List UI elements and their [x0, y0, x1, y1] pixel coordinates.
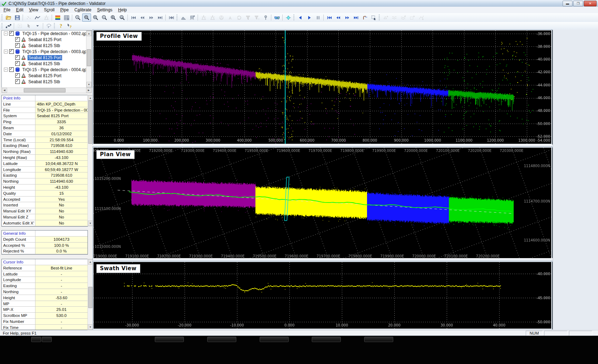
- menu-settings[interactable]: Settings: [94, 7, 115, 13]
- file-tree[interactable]: −TrQI-15 - Pipe detection - 0002.qpSeaba…: [1, 30, 92, 88]
- next-profile-button[interactable]: [147, 13, 156, 22]
- help-button[interactable]: ?: [56, 22, 65, 30]
- tree-item[interactable]: Seabat 8125 Stb: [2, 42, 92, 49]
- point-info-scrollbar[interactable]: ▲ ▼: [88, 95, 93, 226]
- toolbar-grip[interactable]: [293, 15, 294, 21]
- menu-file[interactable]: File: [1, 7, 13, 13]
- taskbar-button[interactable]: [42, 337, 52, 342]
- play-reverse-button[interactable]: [296, 13, 305, 22]
- toolbar-grip[interactable]: [1, 23, 2, 29]
- minimize-button[interactable]: ▬: [563, 1, 572, 6]
- pipe-detect-button[interactable]: [284, 13, 293, 22]
- checkbox-icon[interactable]: [15, 43, 20, 48]
- checkbox-icon[interactable]: [15, 79, 20, 84]
- rewind-button[interactable]: [334, 13, 343, 22]
- open-file-button[interactable]: [4, 13, 13, 22]
- menu-pipe[interactable]: Pipe: [57, 7, 72, 13]
- station-button[interactable]: [188, 13, 197, 22]
- toolbar-grip[interactable]: [379, 15, 380, 21]
- tree-horizontal-scrollbar[interactable]: ◀ ▶: [1, 87, 92, 93]
- menu-view[interactable]: View: [26, 7, 41, 13]
- tree-expander-icon[interactable]: −: [4, 68, 8, 72]
- taskbar-button[interactable]: [364, 337, 393, 342]
- tree-item[interactable]: Seabat 8125 Port: [2, 36, 92, 42]
- checkbox-icon[interactable]: [15, 55, 20, 60]
- zoom-out-button[interactable]: [100, 13, 109, 22]
- terrain-button[interactable]: [179, 13, 188, 22]
- row-value: Yes: [35, 197, 88, 203]
- tree-item[interactable]: −TrQI-15 - Pipe detection - 0003.qp: [2, 49, 92, 55]
- tree-item[interactable]: −TrQI-15 - Pipe detection - 0002.qp: [2, 30, 92, 36]
- tree-item[interactable]: Seabat 8125 Stb: [2, 79, 92, 85]
- checkbox-icon[interactable]: [15, 61, 20, 66]
- maximize-button[interactable]: ❐: [573, 1, 583, 6]
- undo-button: [235, 13, 243, 22]
- close-button[interactable]: ✕: [584, 1, 597, 6]
- taskbar-button[interactable]: [31, 337, 41, 342]
- fit-view-button[interactable]: [167, 13, 176, 22]
- first-profile-button[interactable]: [129, 13, 138, 22]
- tree-expander-icon[interactable]: −: [4, 32, 8, 35]
- last-fix-button[interactable]: [351, 13, 360, 22]
- mag-undo-icon: [119, 15, 125, 21]
- zoom-in-button[interactable]: [91, 13, 100, 22]
- toolbar-grip[interactable]: [1, 15, 2, 21]
- taskbar-button[interactable]: [260, 337, 289, 342]
- tree-vertical-scrollbar[interactable]: ▲ ▼: [86, 30, 92, 87]
- prev-profile-button[interactable]: [138, 13, 147, 22]
- tree-item[interactable]: Seabat 8125 Port: [2, 55, 92, 61]
- menu-help[interactable]: Help: [115, 7, 130, 13]
- last-profile-button[interactable]: [156, 13, 164, 22]
- toolbar-grip[interactable]: [54, 23, 55, 29]
- table-row: ReferenceBest-fit Line: [2, 265, 88, 271]
- checkbox-icon[interactable]: [9, 31, 14, 36]
- checkbox-icon[interactable]: [15, 37, 20, 42]
- tree-item[interactable]: Seabat 8125 Port: [2, 73, 92, 79]
- tree-item[interactable]: Seabat 8125 Stb: [2, 61, 92, 67]
- pause-button[interactable]: [314, 13, 322, 22]
- taskbar-button[interactable]: [312, 337, 341, 342]
- spray2-icon: [219, 15, 224, 21]
- first-fix-button[interactable]: [325, 13, 334, 22]
- zoom-previous-button[interactable]: [118, 13, 126, 22]
- histogram-button[interactable]: 2: [62, 13, 71, 22]
- toolbar-grip[interactable]: [176, 15, 177, 21]
- checkbox-icon[interactable]: [9, 67, 14, 72]
- forward-button[interactable]: [343, 13, 351, 22]
- cursor-info-scrollbar[interactable]: ▲ ▼: [88, 259, 93, 330]
- menu-calibrate[interactable]: Calibrate: [72, 7, 94, 13]
- select-block-button[interactable]: [369, 13, 378, 22]
- color-scale-button[interactable]: [53, 13, 62, 22]
- dropdown-icon: [35, 23, 40, 29]
- pin-button[interactable]: [261, 13, 270, 22]
- title-bar[interactable]: C:\QINSy Data\TrQI-015 - Pipe detection …: [0, 0, 598, 7]
- zoom-normal-button[interactable]: [73, 13, 82, 22]
- save-button[interactable]: [13, 13, 22, 22]
- stereo-view-button[interactable]: [272, 13, 281, 22]
- menu-scroll[interactable]: Scroll: [41, 7, 57, 13]
- taskbar-button[interactable]: [155, 337, 184, 342]
- plan-view-canvas[interactable]: [94, 148, 551, 259]
- pointer-mode-dropdown[interactable]: [33, 22, 42, 30]
- toolbar-separator: [128, 15, 128, 21]
- row-value: -43.100: [35, 184, 88, 190]
- profile-display-button[interactable]: [33, 13, 42, 22]
- context-help-button[interactable]: ?: [65, 22, 74, 30]
- row-value: -: [35, 325, 88, 330]
- play-button[interactable]: [305, 13, 314, 22]
- checkbox-icon[interactable]: [9, 49, 14, 54]
- profile-view-canvas[interactable]: [94, 30, 551, 144]
- tree-expander-icon[interactable]: −: [4, 50, 8, 53]
- zoom-window-button[interactable]: [82, 13, 91, 22]
- taskbar-button[interactable]: [207, 337, 236, 342]
- menu-edit[interactable]: Edit: [13, 7, 26, 13]
- swath-view-canvas[interactable]: [94, 262, 551, 329]
- tree-item[interactable]: −TrQI-15 - Pipe detection - 0004.qp: [2, 67, 92, 73]
- pipe-profile-button[interactable]: [4, 22, 13, 30]
- lasso-button[interactable]: [44, 22, 53, 30]
- row-label: Accepted: [2, 197, 35, 203]
- zoom-pan-button[interactable]: [109, 13, 118, 22]
- shower-button[interactable]: [360, 13, 369, 22]
- checkbox-icon[interactable]: [15, 73, 20, 78]
- despike-button: [252, 13, 261, 22]
